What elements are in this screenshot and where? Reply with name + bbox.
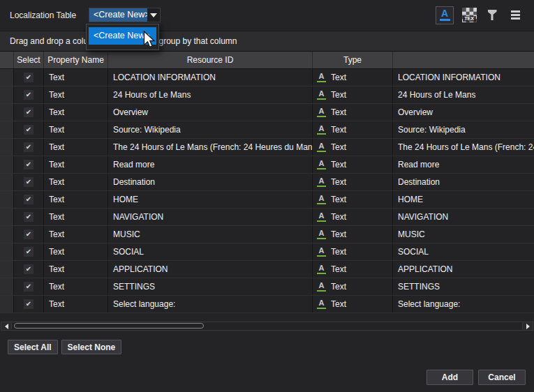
row-type-cell: A Text (313, 86, 393, 103)
row-value: The 24 Hours of Le Mans (French: 24 Heur… (393, 139, 534, 156)
header-type[interactable]: Type (313, 52, 393, 68)
text-type-icon: A (316, 177, 327, 187)
scrollbar-thumb[interactable] (14, 323, 204, 329)
row-checkbox[interactable]: ✔ (24, 90, 34, 100)
row-select-cell: ✔ (14, 261, 44, 278)
row-handle[interactable] (0, 191, 14, 208)
localization-table-combobox[interactable]: <Create New> (89, 8, 161, 22)
table-row[interactable]: ✔ Text LOCATION INFORMATION A Text LOCAT… (0, 69, 534, 86)
row-handle[interactable] (0, 121, 14, 138)
type-letter-icon: A (319, 73, 325, 80)
table-row[interactable]: ✔ Text Overview A Text Overview (0, 104, 534, 121)
cancel-button[interactable]: Cancel (478, 370, 526, 385)
row-type-cell: A Text (313, 278, 393, 295)
row-property: Text (44, 261, 108, 278)
row-checkbox[interactable]: ✔ (24, 177, 34, 187)
type-letter-icon: A (319, 247, 325, 255)
row-handle[interactable] (0, 226, 14, 243)
row-checkbox[interactable]: ✔ (24, 142, 34, 152)
select-none-button[interactable]: Select None (61, 340, 122, 354)
table-row[interactable]: ✔ Text SETTINGS A Text SETTINGS (0, 278, 534, 296)
scroll-left-arrow-icon[interactable] (1, 322, 12, 330)
row-select-cell: ✔ (14, 86, 44, 103)
row-checkbox[interactable]: ✔ (24, 160, 34, 169)
row-resource-id: Destination (108, 174, 313, 190)
row-handle[interactable] (0, 243, 14, 260)
row-type-cell: A Text (313, 121, 393, 138)
row-handle[interactable] (0, 209, 14, 225)
row-handle[interactable] (0, 104, 14, 121)
table-header-row: Select Property Name Resource ID Type (0, 51, 534, 69)
table-row[interactable]: ✔ Text MUSIC A Text MUSIC (0, 226, 534, 243)
toolbar-icon-group: A TEX (436, 6, 523, 24)
font-text-toggle-button[interactable]: A (436, 6, 454, 24)
table-row[interactable]: ✔ Text Select language: A Text Select la… (0, 296, 534, 313)
table-row[interactable]: ✔ Text SOCIAL A Text SOCIAL (0, 243, 534, 261)
row-property: Text (44, 69, 108, 86)
row-checkbox[interactable]: ✔ (24, 125, 34, 135)
row-handle[interactable] (0, 296, 14, 312)
row-value: HOME (393, 191, 534, 208)
table-row[interactable]: ✔ Text HOME A Text HOME (0, 191, 534, 209)
texture-toggle-button[interactable]: TEX (461, 6, 477, 24)
row-select-cell: ✔ (14, 243, 44, 260)
row-select-cell: ✔ (14, 121, 44, 138)
table-row[interactable]: ✔ Text Source: Wikipedia A Text Source: … (0, 121, 534, 139)
font-text-icon: A (440, 9, 450, 21)
row-checkbox[interactable]: ✔ (24, 247, 34, 257)
scroll-right-arrow-icon[interactable] (522, 322, 533, 330)
row-handle[interactable] (0, 261, 14, 278)
row-checkbox[interactable]: ✔ (24, 107, 34, 117)
row-checkbox[interactable]: ✔ (24, 73, 34, 82)
table-row[interactable]: ✔ Text Destination A Text Destination (0, 174, 534, 191)
type-label: Text (331, 142, 346, 152)
table-row[interactable]: ✔ Text Read more A Text Read more (0, 156, 534, 174)
row-resource-id: SOCIAL (108, 243, 313, 260)
row-checkbox[interactable]: ✔ (24, 212, 34, 222)
filter-button[interactable] (484, 6, 500, 24)
text-type-icon: A (316, 142, 327, 152)
view-options-button[interactable] (507, 6, 523, 24)
header-property-name[interactable]: Property Name (44, 52, 108, 68)
row-handle[interactable] (0, 156, 14, 173)
row-value: APPLICATION (393, 261, 534, 278)
row-select-cell: ✔ (14, 226, 44, 243)
type-letter-icon: A (319, 107, 325, 115)
add-button[interactable]: Add (427, 370, 473, 385)
type-letter-icon: A (319, 177, 325, 185)
mouse-cursor-icon (140, 31, 158, 50)
row-property: Text (44, 174, 108, 190)
header-resource-id[interactable]: Resource ID (108, 52, 313, 68)
horizontal-scrollbar[interactable] (1, 322, 533, 331)
row-handle[interactable] (0, 69, 14, 86)
row-value: Overview (393, 104, 534, 121)
row-select-cell: ✔ (14, 296, 44, 312)
list-menu-icon (511, 10, 520, 20)
type-letter-icon: A (319, 264, 325, 272)
row-checkbox[interactable]: ✔ (24, 264, 34, 274)
row-handle[interactable] (0, 86, 14, 103)
text-type-icon: A (316, 107, 327, 117)
row-checkbox[interactable]: ✔ (24, 195, 34, 204)
table-row[interactable]: ✔ Text 24 Hours of Le Mans A Text 24 Hou… (0, 86, 534, 104)
row-checkbox[interactable]: ✔ (24, 282, 34, 292)
row-handle[interactable] (0, 174, 14, 190)
row-handle[interactable] (0, 278, 14, 295)
select-all-button[interactable]: Select All (8, 340, 58, 354)
chevron-down-icon[interactable] (147, 8, 160, 22)
scrollbar-track[interactable] (12, 322, 522, 330)
row-checkbox[interactable]: ✔ (24, 299, 34, 309)
row-select-cell: ✔ (14, 156, 44, 173)
table-row[interactable]: ✔ Text APPLICATION A Text APPLICATION (0, 261, 534, 278)
table-row[interactable]: ✔ Text NAVIGATION A Text NAVIGATION (0, 209, 534, 226)
row-checkbox[interactable]: ✔ (24, 229, 34, 239)
row-property: Text (44, 86, 108, 103)
table-row[interactable]: ✔ Text The 24 Hours of Le Mans (French: … (0, 139, 534, 156)
text-type-icon: A (316, 212, 327, 222)
group-by-bar: Drag and drop a column header here to gr… (0, 31, 534, 51)
type-label: Text (331, 73, 346, 82)
row-handle[interactable] (0, 139, 14, 156)
header-select[interactable]: Select (14, 52, 44, 68)
row-property: Text (44, 139, 108, 156)
combobox-value[interactable]: <Create New> (89, 8, 147, 22)
